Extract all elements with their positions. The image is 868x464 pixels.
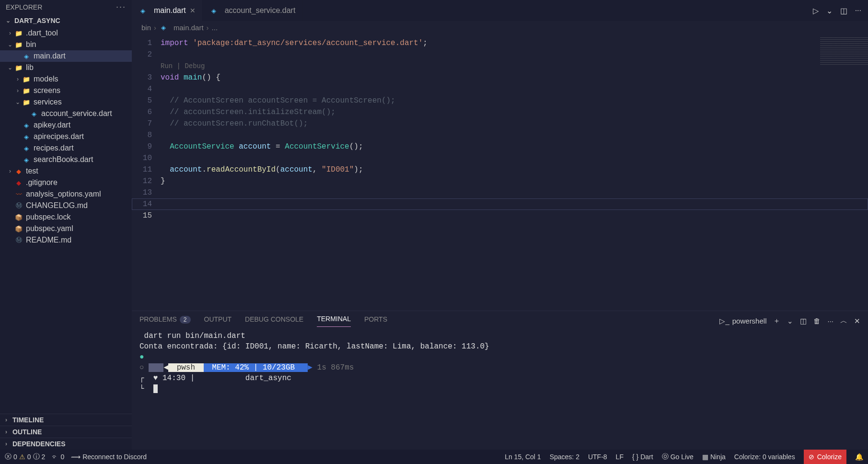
chevron-right-icon: › (3, 441, 10, 447)
tree-item[interactable]: ◈account_service.dart (0, 108, 132, 119)
tree-item[interactable]: ›◆test (0, 165, 132, 177)
colorize-button[interactable]: ⊘Colorize (804, 450, 846, 464)
bottom-panel: PROBLEMS2OUTPUTDEBUG CONSOLETERMINALPORT… (132, 311, 868, 450)
tree-item[interactable]: ⓂCHANGELOG.md (0, 200, 132, 211)
tree-item[interactable]: ⌄📁bin (0, 39, 132, 50)
dart-icon: ◈ (22, 121, 31, 129)
panel-more-icon[interactable]: ··· (827, 317, 833, 325)
sidebar-section-header[interactable]: ›OUTLINE (0, 426, 132, 438)
dart-icon: ◈ (22, 52, 31, 60)
panel-tab[interactable]: PROBLEMS2 (139, 315, 191, 327)
panel-tab[interactable]: DEBUG CONSOLE (245, 315, 303, 327)
editor-tab[interactable]: ◈account_service.dart (203, 0, 303, 21)
tree-item[interactable]: ⌄📁lib (0, 62, 132, 73)
tree-item[interactable]: ›📁screens (0, 85, 132, 96)
folder-icon: 📁 (22, 75, 31, 83)
editor-area: ◈main.dart✕◈account_service.dart ▷ ⌄ ◫ ·… (132, 0, 868, 450)
chevron-icon: › (7, 168, 13, 174)
chevron-icon: › (14, 76, 21, 82)
tree-item[interactable]: ◈recipes.dart (0, 142, 132, 154)
explorer-title: EXPLORER (6, 3, 42, 11)
editor-tab[interactable]: ◈main.dart✕ (132, 0, 203, 21)
status-discord[interactable]: ⟿Reconnect to Discord (71, 453, 147, 461)
explorer-sidebar: EXPLORER ··· ⌄ DART_ASYNC ›📁.dart_tool⌄📁… (0, 0, 132, 450)
status-eol[interactable]: LF (616, 453, 624, 461)
editor-more-icon[interactable]: ··· (855, 6, 861, 15)
md-icon: Ⓜ (14, 201, 23, 210)
chevron-down-icon: ⌄ (5, 17, 12, 24)
panel-tab[interactable]: TERMINAL (317, 315, 351, 327)
status-language[interactable]: { } Dart (632, 453, 653, 461)
editor-tabs: ◈main.dart✕◈account_service.dart ▷ ⌄ ◫ ·… (132, 0, 868, 21)
dart-icon: ◈ (139, 6, 147, 15)
status-golive[interactable]: ⓞ Go Live (662, 452, 694, 461)
tree-item[interactable]: ◈apikey.dart (0, 119, 132, 131)
terminal-dropdown-icon[interactable]: ⌄ (787, 317, 793, 325)
status-bar: ⓧ0 ⚠0 ⓘ2 ᯤ0 ⟿Reconnect to Discord Ln 15,… (0, 450, 868, 464)
tree-item[interactable]: ◈searchBooks.dart (0, 154, 132, 165)
chevron-right-icon: › (3, 429, 10, 435)
tree-item[interactable]: ◈apirecipes.dart (0, 131, 132, 142)
notifications-icon[interactable]: 🔔 (855, 453, 863, 461)
sidebar-section-header[interactable]: ›TIMELINE (0, 414, 132, 426)
broadcast-icon: ᯤ (52, 453, 58, 461)
panel-tab[interactable]: PORTS (364, 315, 387, 327)
tree-item[interactable]: ›📁.dart_tool (0, 27, 132, 39)
dart-icon: ◈ (30, 109, 38, 118)
chevron-right-icon: › (154, 23, 156, 32)
split-editor-icon[interactable]: ◫ (840, 6, 847, 15)
breadcrumb[interactable]: bin › ◈ main.dart › ... (132, 21, 868, 34)
status-radio[interactable]: ᯤ0 (52, 453, 64, 461)
folder-icon: 📁 (22, 98, 31, 106)
split-terminal-icon[interactable]: ◫ (800, 317, 807, 325)
tree-item[interactable]: 📦pubspec.lock (0, 211, 132, 223)
chevron-icon: › (14, 87, 21, 94)
close-icon[interactable]: ✕ (190, 7, 196, 14)
pub-icon: 📦 (14, 224, 23, 233)
minimap[interactable] (820, 37, 868, 66)
status-ninja[interactable]: ▦ Ninja (702, 453, 726, 461)
tree-item[interactable]: 📦pubspec.yaml (0, 223, 132, 234)
dart-icon: ◈ (22, 155, 31, 164)
dart-icon: ◈ (22, 144, 31, 152)
tree-item[interactable]: 〰analysis_options.yaml (0, 188, 132, 200)
project-root[interactable]: ⌄ DART_ASYNC (0, 14, 132, 27)
tree-item[interactable]: ⓂREADME.md (0, 234, 132, 246)
chevron-icon: › (7, 30, 13, 36)
folder-icon: 📁 (22, 86, 31, 95)
chevron-icon: ⌄ (14, 99, 21, 105)
panel-tab[interactable]: OUTPUT (204, 315, 232, 327)
chevron-right-icon: › (3, 417, 10, 423)
tree-item[interactable]: ›📁models (0, 73, 132, 85)
chevron-icon: ⌄ (7, 64, 13, 71)
ignore-icon: ◆ (14, 178, 23, 187)
folder-icon: 📁 (14, 29, 23, 37)
run-icon[interactable]: ▷ (813, 6, 819, 15)
yaml-icon: 〰 (14, 190, 23, 198)
run-dropdown-icon[interactable]: ⌄ (826, 6, 833, 15)
status-spaces[interactable]: Spaces: 2 (550, 453, 579, 461)
md-icon: Ⓜ (14, 236, 23, 244)
status-position[interactable]: Ln 15, Col 1 (505, 453, 541, 461)
status-encoding[interactable]: UTF-8 (588, 453, 607, 461)
dart-icon: ◈ (159, 23, 168, 32)
terminal[interactable]: dart run bin/main.dart Conta encontrada:… (132, 327, 868, 450)
dart-icon: ◈ (22, 132, 31, 141)
explorer-more-icon[interactable]: ··· (116, 2, 126, 12)
code-editor[interactable]: 123456789101112131415 import 'package:da… (132, 34, 868, 311)
panel-close-icon[interactable]: ✕ (854, 317, 860, 325)
folder-icon: 📁 (14, 63, 23, 72)
kill-terminal-icon[interactable]: 🗑 (813, 317, 821, 325)
chevron-right-icon: › (207, 23, 209, 32)
panel-maximize-icon[interactable]: ︿ (840, 316, 847, 325)
status-colorize-vars[interactable]: Colorize: 0 variables (734, 453, 795, 461)
cancel-icon: ⊘ (809, 453, 814, 461)
new-terminal-icon[interactable]: ＋ (773, 316, 780, 325)
tree-item[interactable]: ◈main.dart (0, 50, 132, 62)
terminal-cursor (153, 384, 158, 393)
status-errors[interactable]: ⓧ0 ⚠0 ⓘ2 (5, 452, 45, 461)
sidebar-section-header[interactable]: ›DEPENDENCIES (0, 438, 132, 450)
tree-item[interactable]: ◆.gitignore (0, 177, 132, 188)
terminal-shell-label[interactable]: ▷_ powershell (719, 317, 766, 325)
tree-item[interactable]: ⌄📁services (0, 96, 132, 108)
